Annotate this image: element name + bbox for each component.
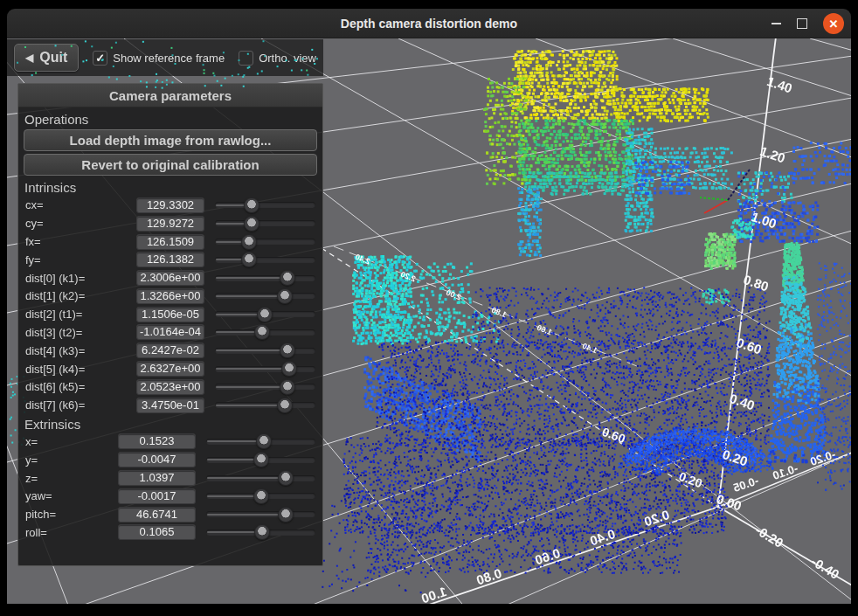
slider-fill [216,259,244,260]
slider-knob[interactable] [257,307,273,322]
toolbar: ◀ Quit ✓ Show reference frame Ortho. vie… [7,39,323,76]
slider-knob[interactable] [278,507,294,523]
param-slider[interactable] [206,452,315,467]
slider-knob[interactable] [280,343,295,358]
window-title: Depth camera distortion demo [7,17,851,31]
window-bottom-border [7,604,851,609]
param-label: dist[6] (k5)= [25,380,136,393]
param-slider[interactable] [215,379,315,395]
slider-knob[interactable] [254,524,270,540]
slider-fill [216,405,280,406]
param-row: dist[4] (k3)= 6.2427e-02 [25,343,315,358]
slider-knob[interactable] [256,433,272,449]
quit-button[interactable]: ◀ Quit [14,44,79,72]
slider-knob[interactable] [280,379,295,395]
checkbox-icon[interactable] [239,51,253,66]
revert-calibration-button[interactable]: Revert to original calibration [24,154,317,176]
param-label: dist[3] (t2)= [25,326,136,339]
param-row: fy= 126.1382 [25,252,315,267]
param-value-field[interactable]: 126.1509 [136,234,204,250]
close-icon[interactable]: ✕ [823,13,844,34]
minimize-icon[interactable] [772,23,781,24]
param-label: cx= [25,198,136,211]
param-label: dist[0] (k1)= [25,272,136,285]
param-value-field[interactable]: 0.1523 [118,433,196,449]
param-value-field[interactable]: 126.1382 [136,252,204,267]
param-slider[interactable] [206,524,315,540]
titlebar[interactable]: Depth camera distortion demo ✕ [7,9,851,38]
param-value-field[interactable]: 2.0523e+00 [136,379,204,395]
slider-fill [216,368,284,370]
slider-knob[interactable] [244,197,259,213]
slider-knob[interactable] [253,452,269,467]
param-value-field[interactable]: 1.1506e-05 [136,307,204,322]
param-slider[interactable] [215,197,315,213]
param-label: fx= [25,235,136,248]
slider-knob[interactable] [280,270,295,286]
quit-label: Quit [39,50,67,66]
slider-knob[interactable] [241,252,257,267]
slider-knob[interactable] [278,470,294,486]
param-slider[interactable] [215,288,315,304]
param-value-field[interactable]: -0.0017 [118,488,196,504]
param-slider[interactable] [215,398,315,413]
param-slider[interactable] [206,433,315,449]
slider-fill [207,459,256,460]
param-slider[interactable] [206,488,315,504]
checkbox-ortho-view[interactable]: Ortho. view [239,51,316,66]
param-value-field[interactable]: 1.0397 [118,470,196,486]
param-row: dist[6] (k5)= 2.0523e+00 [25,379,315,395]
param-slider[interactable] [215,234,315,250]
param-label: cy= [25,217,136,230]
param-value-field[interactable]: 2.6327e+00 [136,361,204,377]
checkbox-label: Show reference frame [113,52,225,65]
param-label: yaw= [25,489,118,502]
maximize-icon[interactable] [797,18,807,29]
checkbox-show-reference-frame[interactable]: ✓ Show reference frame [93,51,225,66]
param-value-field[interactable]: 6.2427e-02 [136,343,204,358]
param-row: dist[5] (k4)= 2.6327e+00 [25,361,315,377]
left-arrow-icon: ◀ [25,52,33,64]
param-row: roll= 0.1065 [25,525,315,541]
slider-knob[interactable] [241,234,257,250]
param-slider[interactable] [215,252,315,267]
slider-knob[interactable] [254,324,270,340]
slider-knob[interactable] [244,216,259,232]
param-value-field[interactable]: 1.3266e+00 [136,288,204,304]
load-depth-image-button[interactable]: Load depth image from rawlog... [24,129,317,151]
param-slider[interactable] [215,216,315,232]
param-label: roll= [25,526,118,539]
param-slider[interactable] [215,343,315,358]
slider-fill [207,495,256,497]
param-row: cx= 129.3302 [25,197,315,213]
intrinsics-rows: cx= 129.3302 cy= 129.9272 fx= 126.1509 f… [18,197,322,413]
slider-knob[interactable] [281,361,297,377]
param-label: fy= [25,253,136,266]
panel-title[interactable]: Camera parameters [18,84,322,107]
param-slider[interactable] [215,361,315,377]
param-value-field[interactable]: 0.1065 [118,524,196,540]
checkbox-icon[interactable]: ✓ [93,51,107,66]
param-slider[interactable] [215,307,315,322]
param-value-field[interactable]: 46.6741 [118,507,196,523]
param-value-field[interactable]: -0.0047 [118,452,196,467]
param-label: y= [25,453,118,467]
param-row: yaw= -0.0017 [25,488,315,504]
slider-knob[interactable] [277,398,293,413]
slider-knob[interactable] [253,488,269,504]
param-slider[interactable] [215,270,315,286]
param-value-field[interactable]: 2.3006e+00 [136,270,204,286]
param-row: z= 1.0397 [25,470,315,486]
param-value-field[interactable]: -1.0164e-04 [136,324,204,340]
param-slider[interactable] [215,324,315,340]
param-row: fx= 126.1509 [25,234,315,250]
param-slider[interactable] [206,470,315,486]
param-value-field[interactable]: 129.9272 [136,216,204,232]
param-value-field[interactable]: 3.4750e-01 [136,398,204,413]
param-slider[interactable] [206,507,315,523]
slider-knob[interactable] [277,288,293,304]
param-row: dist[3] (t2)= -1.0164e-04 [25,325,315,341]
param-value-field[interactable]: 129.3302 [136,197,204,213]
extrinsics-rows: x= 0.1523 y= -0.0047 z= 1.0397 yaw= -0.0… [18,434,322,541]
param-row: pitch= 46.6741 [25,507,315,523]
